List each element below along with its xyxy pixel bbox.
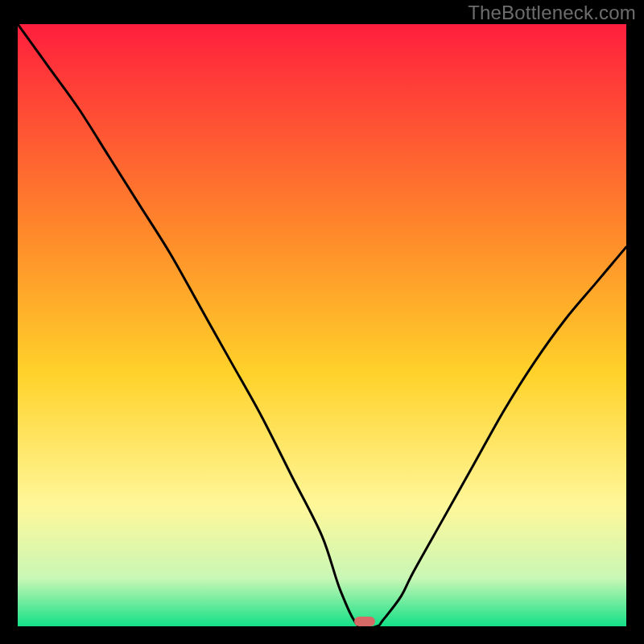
watermark-text: TheBottleneck.com (468, 2, 636, 24)
optimum-marker (354, 617, 375, 626)
plot-svg (18, 24, 626, 626)
plot-area (18, 24, 626, 626)
chart-frame: TheBottleneck.com (0, 0, 644, 644)
